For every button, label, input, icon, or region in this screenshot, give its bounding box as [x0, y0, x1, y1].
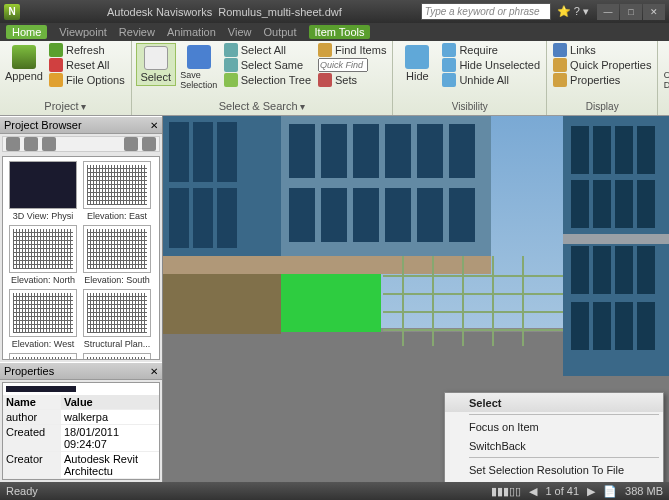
svg-rect-50 [637, 302, 655, 350]
hideunsel-button[interactable]: Hide Unselected [440, 58, 542, 72]
seltree-button[interactable]: Selection Tree [222, 73, 313, 87]
links-button[interactable]: Links [551, 43, 653, 57]
ctx-reslayer[interactable]: Set Selection Resolution To Layer [445, 479, 663, 482]
help-icons[interactable]: ⭐ ? ▾ [557, 5, 589, 18]
tab-output[interactable]: Output [264, 26, 297, 38]
status-bar: Ready ▮▮▮▯▯ ◀1 of 41▶ 📄 388 MB [0, 482, 669, 500]
svg-rect-13 [353, 124, 379, 178]
ribbon-tabs: Home Viewpoint Review Animation View Out… [0, 23, 669, 41]
sets-button[interactable]: Sets [316, 73, 388, 87]
thumbnail[interactable]: Structural Plan... [81, 289, 153, 351]
thumbnail[interactable] [81, 353, 153, 360]
properties-panel: Properties✕ NameValue authorwalkerpaCrea… [0, 362, 162, 482]
unhideall-button[interactable]: Unhide All [440, 73, 542, 87]
tab-animation[interactable]: Animation [167, 26, 216, 38]
thumbnail[interactable]: Elevation: South [81, 225, 153, 287]
thumbnail[interactable]: Elevation: West [7, 289, 79, 351]
tab-review[interactable]: Review [119, 26, 155, 38]
window-title: Autodesk Navisworks Romulus_multi-sheet.… [28, 6, 421, 18]
ribbon: Append Refresh Reset All File Options Pr… [0, 41, 669, 116]
fileoptions-button[interactable]: File Options [47, 73, 127, 87]
svg-rect-15 [417, 124, 443, 178]
properties-button[interactable]: Properties [551, 73, 653, 87]
select-button[interactable]: Select [136, 43, 176, 86]
app-logo[interactable]: N [4, 4, 20, 20]
svg-rect-46 [637, 246, 655, 294]
browser-toolbar[interactable] [2, 136, 160, 152]
maximize-button[interactable]: □ [620, 4, 642, 20]
svg-rect-45 [615, 246, 633, 294]
ctx-switchback[interactable]: SwitchBack [445, 436, 663, 455]
svg-rect-9 [163, 274, 281, 334]
quickfind-input[interactable] [316, 58, 388, 72]
minimize-button[interactable]: — [597, 4, 619, 20]
search-input[interactable]: Type a keyword or phrase [421, 3, 551, 20]
svg-rect-7 [217, 188, 237, 248]
status-mem: 388 MB [625, 485, 663, 497]
tab-home[interactable]: Home [6, 25, 47, 39]
svg-rect-19 [353, 188, 379, 242]
tab-viewpoint[interactable]: Viewpoint [59, 26, 107, 38]
ctx-resfile[interactable]: Set Selection Resolution To File [445, 460, 663, 479]
svg-rect-22 [449, 188, 475, 242]
svg-rect-23 [281, 274, 381, 332]
svg-rect-24 [281, 256, 491, 274]
svg-rect-40 [593, 180, 611, 228]
properties-header[interactable]: Properties✕ [0, 362, 162, 380]
properties-table: NameValue authorwalkerpaCreated18/01/201… [3, 395, 159, 479]
svg-rect-21 [417, 188, 443, 242]
properties-preview [6, 386, 76, 392]
viewport-3d[interactable]: Select Focus on Item SwitchBack Set Sele… [163, 116, 669, 482]
svg-rect-4 [217, 122, 237, 182]
hide-button[interactable]: Hide [397, 43, 437, 84]
browser-header[interactable]: Project Browser✕ [0, 116, 162, 134]
svg-rect-44 [593, 246, 611, 294]
close-button[interactable]: ✕ [643, 4, 665, 20]
svg-rect-14 [385, 124, 411, 178]
svg-rect-8 [163, 256, 281, 274]
svg-rect-48 [593, 302, 611, 350]
svg-rect-35 [571, 126, 589, 174]
resetall-button[interactable]: Reset All [47, 58, 127, 72]
svg-rect-3 [193, 122, 213, 182]
svg-rect-47 [571, 302, 589, 350]
tab-itemtools[interactable]: Item Tools [309, 25, 371, 39]
svg-rect-49 [615, 302, 633, 350]
refresh-button[interactable]: Refresh [47, 43, 127, 57]
svg-rect-6 [193, 188, 213, 248]
svg-rect-37 [615, 126, 633, 174]
sidebar: Project Browser✕ 3D View: PhysiElevation… [0, 116, 163, 482]
require-button[interactable]: Require [440, 43, 542, 57]
selectsame-button[interactable]: Select Same [222, 58, 313, 72]
svg-rect-51 [563, 234, 669, 244]
status-progress: ▮▮▮▯▯ [491, 485, 521, 498]
svg-rect-39 [571, 180, 589, 228]
svg-rect-43 [571, 246, 589, 294]
thumbnail-grid: 3D View: PhysiElevation: EastElevation: … [2, 156, 160, 360]
tab-view[interactable]: View [228, 26, 252, 38]
svg-rect-11 [289, 124, 315, 178]
quickprops-button[interactable]: Quick Properties [551, 58, 653, 72]
svg-rect-12 [321, 124, 347, 178]
svg-rect-16 [449, 124, 475, 178]
svg-rect-5 [169, 188, 189, 248]
selectall-button[interactable]: Select All [222, 43, 313, 57]
status-ready: Ready [6, 485, 38, 497]
property-row: authorwalkerpa [3, 410, 159, 425]
ctx-focus[interactable]: Focus on Item [445, 417, 663, 436]
ctx-select[interactable]: Select [445, 393, 663, 412]
svg-rect-2 [169, 122, 189, 182]
clash-button[interactable]: Clash Detective [662, 43, 669, 92]
thumbnail[interactable] [7, 353, 79, 360]
thumbnail[interactable]: 3D View: Physi [7, 161, 79, 223]
title-bar: N Autodesk Navisworks Romulus_multi-shee… [0, 0, 669, 23]
thumbnail[interactable]: Elevation: East [81, 161, 153, 223]
svg-rect-18 [321, 188, 347, 242]
group-display: Display [551, 100, 653, 113]
finditems-button[interactable]: Find Items [316, 43, 388, 57]
svg-rect-42 [637, 180, 655, 228]
savesel-button[interactable]: Save Selection [179, 43, 219, 92]
append-button[interactable]: Append [4, 43, 44, 84]
thumbnail[interactable]: Elevation: North [7, 225, 79, 287]
group-tools: Tools [662, 100, 669, 113]
